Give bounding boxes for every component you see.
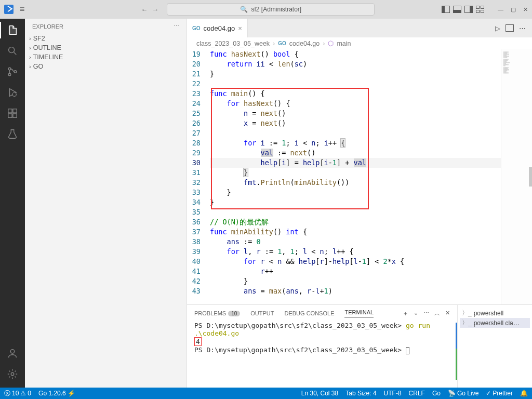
breadcrumb[interactable]: class_2023_03_05_week› GO code04.go› ⬡ m… — [187, 37, 532, 49]
svg-point-2 — [8, 73, 11, 76]
sidebar-item-sf2[interactable]: ›SF2 — [25, 34, 187, 43]
editor-group: GO code04.go × ▷ ⋯ class_2023_03_05_week… — [187, 19, 532, 388]
new-terminal-icon[interactable]: ＋ — [403, 310, 408, 317]
scrollbar-thumb[interactable] — [529, 167, 532, 187]
output-highlight: 4 — [194, 337, 202, 346]
window-close-icon[interactable]: ✕ — [523, 6, 528, 13]
status-notifications-icon[interactable]: 🔔 — [520, 390, 528, 397]
status-language[interactable]: Go — [432, 390, 441, 397]
customize-layout-icon[interactable] — [476, 6, 484, 13]
minimap[interactable]: ▓▓▓▓▓▓▓▓▓▓▓▓▓▓▓▓▓▓▓▓▓▓▓▓▓▓▓▓▓▓▓▓▓▓▓▓▓▓▓▓… — [501, 49, 532, 304]
command-center[interactable]: 🔍 sf2 [Administrator] — [167, 3, 375, 16]
explorer-title: EXPLORER⋯ — [25, 19, 187, 34]
status-cursor-position[interactable]: Ln 30, Col 38 — [301, 390, 338, 397]
layout-sidebar-left-icon[interactable] — [442, 6, 450, 13]
powershell-icon: 〉_ — [462, 318, 472, 327]
svg-point-1 — [8, 68, 11, 70]
search-icon: 🔍 — [240, 6, 248, 13]
powershell-icon: 〉_ — [462, 309, 472, 317]
panel-tabs: PROBLEMS10 OUTPUT DEBUG CONSOLE TERMINAL… — [187, 305, 457, 320]
extensions-icon[interactable] — [5, 106, 20, 121]
terminal-dropdown-icon[interactable]: ⌄ — [414, 310, 418, 317]
window-maximize-icon[interactable]: ▢ — [511, 6, 516, 13]
status-errors[interactable]: ⓧ 10 ⚠ 0 — [4, 389, 31, 398]
tab-code04[interactable]: GO code04.go × — [187, 19, 248, 37]
status-go-live[interactable]: 📡 Go Live — [448, 390, 478, 397]
code-editor[interactable]: 1920212223242526272829303132333435363738… — [187, 49, 532, 304]
close-tab-icon[interactable]: × — [238, 24, 242, 32]
run-debug-icon[interactable] — [5, 85, 20, 100]
status-go-version[interactable]: Go 1.20.6 ⚡ — [38, 390, 75, 397]
explorer-panel: EXPLORER⋯ ›SF2 ›OUTLINE ›TIMELINE ›GO — [25, 19, 187, 388]
terminal-shell-item[interactable]: 〉_powershell — [460, 308, 530, 318]
status-prettier[interactable]: ✓ Prettier — [486, 390, 513, 397]
terminal-shell-item[interactable]: 〉_powershell cla… — [460, 318, 530, 328]
symbol-icon: ⬡ — [328, 39, 334, 47]
editor-tabs: GO code04.go × ▷ ⋯ — [187, 19, 532, 37]
source-control-icon[interactable] — [5, 64, 20, 79]
line-gutter: 1920212223242526272829303132333435363738… — [187, 49, 210, 304]
more-icon[interactable]: ⋯ — [174, 23, 179, 30]
layout-sidebar-right-icon[interactable] — [464, 6, 473, 13]
activity-bar — [0, 19, 25, 388]
window-minimize-icon[interactable]: — — [498, 6, 503, 13]
status-bar: ⓧ 10 ⚠ 0 Go 1.20.6 ⚡ Ln 30, Col 38 Tab S… — [0, 388, 532, 399]
status-eol[interactable]: CRLF — [409, 390, 425, 397]
testing-icon[interactable] — [5, 127, 20, 141]
tab-output[interactable]: OUTPUT — [250, 310, 274, 316]
terminal-list: 〉_powershell〉_powershell cla… — [457, 305, 532, 388]
sidebar-item-timeline[interactable]: ›TIMELINE — [25, 52, 187, 62]
layout-panel-icon[interactable] — [453, 6, 461, 13]
tab-label: code04.go — [204, 24, 235, 32]
settings-gear-icon[interactable] — [5, 367, 20, 381]
maximize-panel-icon[interactable]: ︿ — [434, 310, 440, 317]
tab-terminal[interactable]: TERMINAL — [344, 309, 374, 317]
sidebar-item-outline[interactable]: ›OUTLINE — [25, 43, 187, 52]
sidebar-item-go[interactable]: ›GO — [25, 62, 187, 71]
terminal-scroll-indicator — [456, 323, 457, 349]
search-activity-icon[interactable] — [5, 44, 20, 58]
svg-rect-8 — [13, 109, 17, 113]
panel: PROBLEMS10 OUTPUT DEBUG CONSOLE TERMINAL… — [187, 304, 532, 388]
vscode-icon — [4, 5, 14, 14]
nav-forward-icon[interactable]: → — [152, 6, 158, 14]
title-bar: ≡ ← → 🔍 sf2 [Administrator] — ▢ ✕ — [0, 0, 532, 19]
search-label: sf2 [Administrator] — [251, 6, 301, 13]
explorer-icon[interactable] — [5, 23, 20, 37]
go-file-icon: GO — [278, 41, 286, 46]
svg-point-0 — [9, 47, 15, 53]
svg-rect-7 — [13, 114, 17, 117]
tab-problems[interactable]: PROBLEMS10 — [194, 310, 240, 316]
svg-point-3 — [14, 71, 17, 73]
status-encoding[interactable]: UTF-8 — [384, 390, 402, 397]
svg-rect-5 — [8, 109, 12, 113]
tab-debug-console[interactable]: DEBUG CONSOLE — [285, 310, 335, 316]
more-actions-icon[interactable]: ⋯ — [519, 24, 526, 32]
close-panel-icon[interactable]: ✕ — [445, 310, 450, 317]
terminal-cursor — [406, 347, 409, 354]
more-icon[interactable]: ⋯ — [423, 310, 429, 317]
terminal-content[interactable]: PS D:\mysetup\gopath\src\sf2\class_2023_… — [187, 320, 457, 388]
svg-rect-6 — [8, 114, 12, 117]
code-content[interactable]: func hasNext() bool { return ii < len(sc… — [210, 49, 501, 304]
svg-point-10 — [11, 373, 14, 376]
go-file-icon: GO — [192, 25, 201, 31]
svg-point-9 — [10, 350, 14, 353]
run-icon[interactable]: ▷ — [495, 24, 500, 32]
svg-point-4 — [12, 92, 16, 96]
nav-back-icon[interactable]: ← — [141, 6, 148, 14]
menu-icon[interactable]: ≡ — [18, 3, 26, 16]
split-editor-icon[interactable] — [506, 24, 514, 32]
status-indent[interactable]: Tab Size: 4 — [345, 390, 376, 397]
accounts-icon[interactable] — [5, 346, 20, 361]
terminal-scroll-indicator — [456, 349, 457, 380]
